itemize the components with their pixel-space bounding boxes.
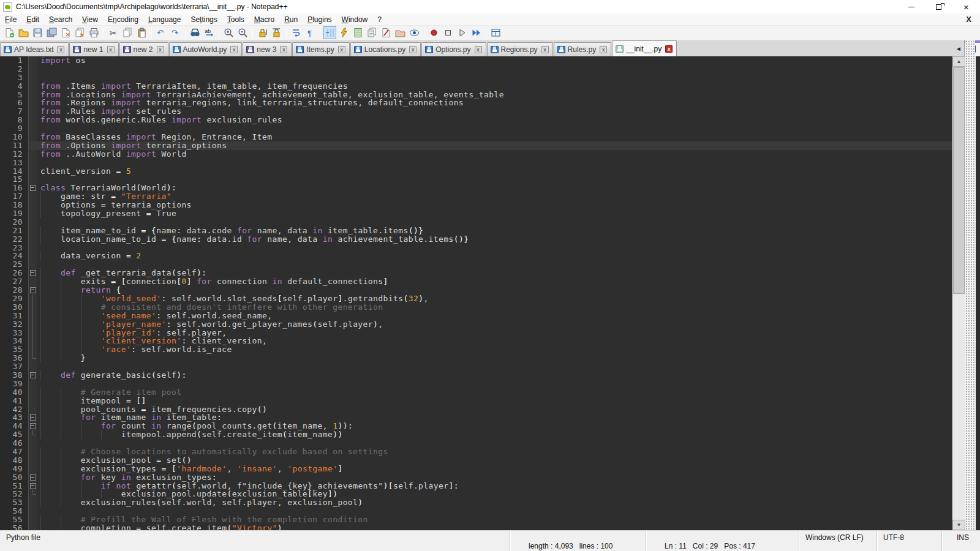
word-wrap-icon[interactable] <box>290 26 303 39</box>
tab-new-1[interactable]: new 1x <box>69 42 118 56</box>
menu-view[interactable]: View <box>77 14 103 25</box>
cut-icon[interactable]: ✂ <box>107 26 120 39</box>
fold-collapse-icon[interactable] <box>28 371 37 380</box>
menu-search[interactable]: Search <box>44 14 77 25</box>
fold-collapse-icon[interactable] <box>28 184 37 192</box>
macro-pen-icon[interactable] <box>380 26 393 39</box>
indent-guide <box>40 336 61 345</box>
tab-close-icon[interactable]: x <box>280 46 287 53</box>
tab-rules-py[interactable]: Rules.pyx <box>554 42 612 56</box>
line-number: 6 <box>0 99 28 107</box>
menu-[interactable]: ? <box>372 14 386 25</box>
fold-collapse-icon[interactable] <box>28 422 37 430</box>
folder-workspace-icon[interactable] <box>394 26 407 39</box>
line-number: 7 <box>0 107 28 116</box>
line-number: 5 <box>0 91 28 99</box>
copy-icon[interactable] <box>121 26 134 39</box>
tab-close-icon[interactable]: x <box>157 46 164 53</box>
tab-new-3[interactable]: new 3x <box>243 42 292 56</box>
paste-icon[interactable] <box>135 26 148 39</box>
menu-tools[interactable]: Tools <box>222 14 249 25</box>
document-map-icon[interactable] <box>352 26 364 39</box>
close-button[interactable]: × <box>952 0 980 13</box>
fold-collapse-icon[interactable] <box>28 482 37 490</box>
menu-settings[interactable]: Settings <box>186 14 222 25</box>
tab-scroll-left-arrow[interactable]: ◄ <box>953 45 964 52</box>
tab-locations-py[interactable]: Locations.pyx <box>350 42 421 56</box>
tab-close-icon[interactable]: x <box>541 46 549 53</box>
save-all-icon[interactable] <box>45 26 58 39</box>
tab-items-py[interactable]: Items.pyx <box>292 42 349 56</box>
zoom-out-icon[interactable] <box>236 26 249 39</box>
menu-encoding[interactable]: Encoding <box>103 14 143 25</box>
indent-guide-icon[interactable] <box>323 26 336 39</box>
tab--init-py[interactable]: __init__.pyx <box>612 40 677 56</box>
tab-close-icon[interactable]: x <box>230 46 238 53</box>
fold-collapse-icon[interactable] <box>28 286 37 294</box>
redo-icon[interactable]: ↷ <box>169 26 182 39</box>
tab-new-2[interactable]: new 2x <box>119 42 168 56</box>
vertical-scrollbar[interactable]: ▲ ▼ <box>952 56 965 530</box>
tab-autoworld-py[interactable]: AutoWorld.pyx <box>169 42 243 56</box>
indent-guide <box>40 447 61 456</box>
scroll-down-arrow[interactable]: ▼ <box>952 520 965 530</box>
tab-regions-py[interactable]: Regions.pyx <box>487 42 553 56</box>
tab-close-icon[interactable]: x <box>475 46 482 53</box>
close-icon[interactable] <box>59 26 72 39</box>
code-editor[interactable]: 1import os234from .Items import Terraria… <box>0 56 952 530</box>
minimize-button[interactable] <box>897 0 925 13</box>
show-all-characters-icon[interactable]: ¶ <box>304 26 317 39</box>
macro-stop-icon[interactable] <box>442 26 454 39</box>
fold-collapse-icon[interactable] <box>28 413 37 422</box>
document-list-icon[interactable] <box>366 26 379 39</box>
code-text: 'client_version': client_version, <box>37 337 952 345</box>
tab-close-icon[interactable]: x <box>107 46 115 53</box>
menu-file[interactable]: File <box>0 14 21 25</box>
fold-collapse-icon[interactable] <box>28 473 37 482</box>
open-file-icon[interactable] <box>17 26 30 39</box>
doc-switcher-icon[interactable] <box>489 26 502 39</box>
panel-close-x-icon[interactable]: X <box>966 15 971 24</box>
view-splitter[interactable] <box>965 40 975 530</box>
sync-scroll-vertical-icon[interactable] <box>256 26 269 39</box>
menu-language[interactable]: Language <box>143 14 186 25</box>
tab-close-icon[interactable]: x <box>338 46 345 53</box>
menu-run[interactable]: Run <box>279 14 303 25</box>
function-list-icon[interactable] <box>337 26 350 39</box>
status-encoding[interactable]: UTF-8 <box>877 531 942 551</box>
indent-guide <box>61 294 81 303</box>
close-all-icon[interactable] <box>74 26 86 39</box>
macro-play-icon[interactable] <box>456 26 469 39</box>
file-disk-icon <box>123 46 131 53</box>
monitoring-eye-icon[interactable] <box>408 26 421 39</box>
save-icon[interactable] <box>31 26 44 39</box>
indent-guide <box>40 515 61 524</box>
tab-close-icon[interactable]: x <box>600 46 607 53</box>
menu-macro[interactable]: Macro <box>249 14 279 25</box>
code-line: 17 game: str = "Terraria" <box>0 192 952 201</box>
menu-window[interactable]: Window <box>337 14 373 25</box>
macro-record-icon[interactable] <box>428 26 440 39</box>
tab-options-py[interactable]: Options.pyx <box>421 42 486 56</box>
status-eol-format[interactable]: Windows (CR LF) <box>799 531 877 551</box>
zoom-in-icon[interactable] <box>222 26 235 39</box>
tab-bar: AP Ideas.txtxnew 1xnew 2xAutoWorld.pyxne… <box>0 40 980 56</box>
scroll-up-arrow[interactable]: ▲ <box>952 56 965 67</box>
undo-icon[interactable]: ↶ <box>155 26 168 39</box>
menu-edit[interactable]: Edit <box>21 14 44 25</box>
replace-icon[interactable]: ab <box>203 26 216 39</box>
tab-close-icon[interactable]: x <box>665 45 673 53</box>
tab-close-icon[interactable]: x <box>409 46 417 53</box>
maximize-button[interactable] <box>925 0 952 13</box>
fold-collapse-icon[interactable] <box>28 269 37 277</box>
macro-run-multiple-icon[interactable] <box>470 26 483 39</box>
scrollbar-thumb[interactable] <box>953 67 965 294</box>
menu-plugins[interactable]: Plugins <box>303 14 336 25</box>
find-icon[interactable] <box>189 26 202 39</box>
print-icon[interactable] <box>88 26 100 39</box>
new-file-icon[interactable] <box>3 26 16 39</box>
status-insert-mode[interactable]: INS <box>942 531 980 551</box>
tab-close-icon[interactable]: x <box>57 46 64 53</box>
tab-ap-ideas-txt[interactable]: AP Ideas.txtx <box>0 42 69 56</box>
sync-scroll-horizontal-icon[interactable] <box>270 26 283 39</box>
